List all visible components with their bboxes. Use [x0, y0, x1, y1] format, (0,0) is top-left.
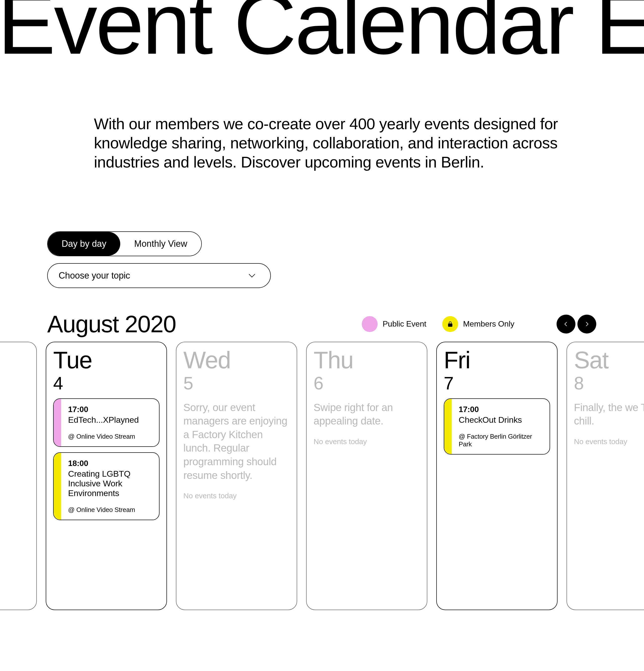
legend: Public Event Members Only	[362, 315, 596, 333]
day-name: Fri	[444, 348, 550, 372]
empty-message: Swipe right for an appealing date.	[313, 401, 420, 428]
chevron-down-icon	[247, 271, 256, 280]
month-title: August 2020	[47, 311, 176, 338]
event-type-stripe	[444, 399, 452, 454]
day-name: Thu	[313, 348, 420, 372]
event-time: 17:00	[459, 405, 543, 414]
calendar-header: August 2020 Public Event Members Only	[47, 311, 596, 338]
lock-icon	[447, 321, 453, 327]
event-location: @ Online Video Stream	[68, 433, 152, 440]
day-number: 6	[313, 373, 420, 393]
day-column-tue: Tue 4 17:00 EdTech...XPlayned @ Online V…	[46, 342, 167, 610]
day-column-partial-prev: ory hould	[0, 342, 37, 610]
page-title-marquee: endar Event Calendar Even	[0, 0, 405, 67]
empty-message: Sorry, our event managers are enjoying a…	[183, 401, 290, 482]
event-location: @ Factory Berlin Görlitzer Park	[459, 433, 543, 448]
event-card[interactable]: 17:00 CheckOut Drinks @ Factory Berlin G…	[444, 398, 550, 455]
members-only-icon	[442, 316, 458, 332]
day-strip[interactable]: ory hould Tue 4 17:00 EdTech...XPlayned …	[0, 342, 644, 610]
public-event-icon	[362, 316, 378, 332]
day-name: Tue	[53, 348, 159, 372]
event-time: 17:00	[68, 405, 152, 414]
no-events-label: No events today	[574, 438, 644, 446]
event-location: @ Online Video Stream	[68, 506, 152, 514]
pagination-arrows	[556, 315, 596, 333]
day-number: 5	[183, 373, 290, 393]
day-column-thu: Thu 6 Swipe right for an appealing date.…	[306, 342, 427, 610]
no-events-label: No events today	[183, 492, 290, 500]
chevron-right-icon	[584, 321, 590, 327]
topic-select-label: Choose your topic	[59, 270, 130, 281]
prev-button[interactable]	[556, 315, 576, 333]
event-type-stripe	[54, 399, 61, 446]
events-list: 17:00 EdTech...XPlayned @ Online Video S…	[53, 398, 159, 520]
no-events-label: No events today	[313, 438, 420, 446]
day-by-day-button[interactable]: Day by day	[48, 232, 120, 256]
event-card[interactable]: 18:00 Creating LGBTQ Inclusive Work Envi…	[53, 452, 159, 520]
event-time: 18:00	[68, 459, 152, 468]
day-name: Sat	[574, 348, 644, 372]
chevron-left-icon	[563, 321, 569, 327]
legend-public: Public Event	[362, 316, 426, 332]
event-title: Creating LGBTQ Inclusive Work Environmen…	[68, 469, 152, 498]
next-button[interactable]	[577, 315, 596, 333]
empty-message: ory hould	[0, 424, 29, 465]
empty-message: Finally, the we Time to chill.	[574, 401, 644, 428]
day-column-fri: Fri 7 17:00 CheckOut Drinks @ Factory Be…	[436, 342, 557, 610]
event-title: EdTech...XPlayned	[68, 415, 152, 425]
day-column-wed: Wed 5 Sorry, our event managers are enjo…	[176, 342, 297, 610]
legend-members: Members Only	[442, 316, 514, 332]
event-title: CheckOut Drinks	[459, 415, 543, 425]
events-list: 17:00 CheckOut Drinks @ Factory Berlin G…	[444, 398, 550, 455]
day-name: Wed	[183, 348, 290, 372]
event-card[interactable]: 17:00 EdTech...XPlayned @ Online Video S…	[53, 398, 159, 447]
day-column-sat: Sat 8 Finally, the we Time to chill. No …	[566, 342, 644, 610]
monthly-view-button[interactable]: Monthly View	[120, 232, 201, 256]
legend-members-label: Members Only	[463, 319, 514, 329]
legend-public-label: Public Event	[383, 319, 426, 329]
view-toggle: Day by day Monthly View	[47, 231, 202, 256]
intro-text: With our members we co-create over 400 y…	[94, 114, 561, 172]
day-number: 8	[574, 373, 644, 393]
event-type-stripe	[54, 453, 61, 520]
calendar-controls: Day by day Monthly View Choose your topi…	[47, 231, 644, 288]
topic-select[interactable]: Choose your topic	[47, 263, 271, 288]
day-number: 4	[53, 373, 159, 393]
day-number: 7	[444, 373, 550, 393]
